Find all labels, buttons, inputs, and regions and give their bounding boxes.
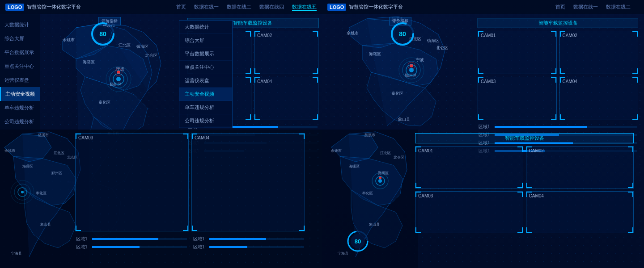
bottom-cam-r-2: CAM02 xyxy=(526,146,634,188)
svg-text:宁海县: 宁海县 xyxy=(338,251,348,255)
speed-value: 80 xyxy=(99,30,106,38)
bottom-cam-r-3: CAM03 xyxy=(415,191,523,234)
nav-data2[interactable]: 数据在线二 xyxy=(227,4,251,11)
cam-panel-right: 智能车载监控设备 CAM01 CAM02 CAM03 CAM04 区域1 xyxy=(474,14,642,130)
cam-r-label-1: CAM01 xyxy=(481,33,496,38)
sidebar-item-bigdata[interactable]: 大数据统计 xyxy=(0,18,40,32)
cam-r-label-2: CAM02 xyxy=(563,33,577,38)
bottom-cam-r-label-2: CAM02 xyxy=(529,148,544,153)
svg-text:奉化区: 奉化区 xyxy=(98,100,110,105)
cam-r-cell-3: CAM03 xyxy=(478,77,557,120)
svg-text:江北区: 江北区 xyxy=(380,151,391,155)
area-r-label-1: 区域1 xyxy=(479,124,492,130)
context-menu-company[interactable]: 公司违规分析 xyxy=(179,114,232,128)
svg-text:海曙区: 海曙区 xyxy=(83,60,95,64)
svg-text:宁海县: 宁海县 xyxy=(11,251,22,255)
bottom-cam-right: 智能车载监控设备 CAM01 CAM02 CAM03 CAM04 xyxy=(411,130,637,268)
sidebar-item-dashboard[interactable]: 运营仪表盘 xyxy=(0,73,40,87)
context-menu-platform[interactable]: 平台数据展示 xyxy=(179,47,232,61)
cam-r-label-3: CAM03 xyxy=(481,79,496,84)
bottom-right-section: 慈溪市 余姚市 江北区 北仑区 海曙区 鄞州区 奉化区 象山县 宁海县 80 xyxy=(322,130,644,268)
context-menu-dashboard[interactable]: 运营仪表盘 xyxy=(179,74,232,88)
svg-text:海曙区: 海曙区 xyxy=(22,164,33,168)
cam-label-4: CAM04 xyxy=(257,79,272,84)
svg-text:慈溪市: 慈溪市 xyxy=(38,133,49,137)
cam-r-label-4: CAM04 xyxy=(563,79,577,84)
speed-right: 80 xyxy=(389,21,416,47)
nav-r-home[interactable]: 首页 xyxy=(555,4,565,10)
context-menu: 大数据统计 综合大屏 平台数据展示 重点关注中心 运营仪表盘 主动安全视频 单车… xyxy=(179,20,233,128)
bottom-cam-grid-right: CAM01 CAM02 CAM03 CAM04 xyxy=(415,146,634,233)
context-menu-bigdata[interactable]: 大数据统计 xyxy=(179,21,232,34)
bottom-cam-r-4: CAM04 xyxy=(526,191,634,234)
right-panel: LOGO 智慧管控一体化数字平台 首页 数据在线一 数据在线二 评价指标 80 xyxy=(322,0,644,268)
svg-point-67 xyxy=(21,191,24,193)
logo-box: LOGO xyxy=(5,4,24,11)
svg-point-52 xyxy=(378,179,382,183)
context-menu-focus[interactable]: 重点关注中心 xyxy=(179,61,232,74)
svg-text:江北区: 江北区 xyxy=(119,43,131,47)
nav-right: 首页 数据在线一 数据在线二 xyxy=(555,4,639,10)
svg-text:象山县: 象山县 xyxy=(398,117,410,121)
bottom-cam-r-label-3: CAM03 xyxy=(418,193,433,198)
svg-text:余姚市: 余姚市 xyxy=(331,149,342,153)
header-right: LOGO 智慧管控一体化数字平台 首页 数据在线一 数据在线二 xyxy=(322,0,644,14)
bottom-cam-r-1: CAM01 xyxy=(415,146,523,188)
svg-text:镇海区: 镇海区 xyxy=(427,38,439,43)
svg-point-33 xyxy=(410,64,413,67)
sidebar-item-focus[interactable]: 重点关注中心 xyxy=(0,59,40,73)
bottom-area-label-4: 区域1 xyxy=(193,244,207,250)
logo-box-right: LOGO xyxy=(327,4,346,11)
bottom-area-label-1: 区域1 xyxy=(76,236,89,242)
svg-text:慈溪市: 慈溪市 xyxy=(364,133,375,137)
sidebar-item-company[interactable]: 公司违规分析 xyxy=(0,115,40,129)
bottom-area-label-2: 区域1 xyxy=(193,236,207,242)
bottom-cam-cell-1: CAM03 xyxy=(75,133,189,231)
nav-data4[interactable]: 数据在线四 xyxy=(259,4,284,11)
svg-text:象山县: 象山县 xyxy=(369,222,380,226)
bottom-cam-grid: CAM03 CAM04 xyxy=(75,133,305,231)
svg-text:象山县: 象山县 xyxy=(40,222,51,226)
bottom-map-right: 慈溪市 余姚市 江北区 北仑区 海曙区 鄞州区 奉化区 象山县 宁海县 80 xyxy=(322,130,418,268)
svg-text:鄞州区: 鄞州区 xyxy=(51,171,62,175)
cam-label-2: CAM02 xyxy=(257,33,272,38)
nav-r-data2[interactable]: 数据在线二 xyxy=(606,4,631,10)
bottom-cam-label-1: CAM03 xyxy=(78,135,93,140)
logo-area: LOGO 智慧管控一体化数字平台 xyxy=(5,4,81,11)
svg-text:奉化区: 奉化区 xyxy=(36,191,47,195)
sidebar-item-platform[interactable]: 平台数据展示 xyxy=(0,46,40,59)
svg-text:镇海区: 镇海区 xyxy=(136,44,148,49)
svg-text:奉化区: 奉化区 xyxy=(391,91,403,96)
cam-r-cell-2: CAM02 xyxy=(559,31,639,74)
nav-home[interactable]: 首页 xyxy=(176,4,186,11)
logo-area-right: LOGO 智慧管控一体化数字平台 xyxy=(327,4,403,11)
sidebar-item-overview[interactable]: 综合大屏 xyxy=(0,32,40,46)
header: LOGO 智慧管控一体化数字平台 首页 数据在线一 数据在线二 数据在线四 数据… xyxy=(0,0,322,14)
bottom-left-panel: 慈溪市 余姚市 江北区 北仑区 海曙区 鄞州区 奉化区 象山县 宁海县 CAM0… xyxy=(0,130,322,268)
bottom-cam-cell-2: CAM04 xyxy=(191,133,305,231)
bottom-map-svg-right: 慈溪市 余姚市 江北区 北仑区 海曙区 鄞州区 奉化区 象山县 宁海县 80 xyxy=(322,130,418,268)
speed-value-right: 80 xyxy=(399,30,406,38)
bottom-cam-r-label-4: CAM04 xyxy=(529,193,544,198)
nav-r-data1[interactable]: 数据在线一 xyxy=(573,4,598,10)
context-menu-safety[interactable]: 主动安全视频 xyxy=(179,88,232,101)
cam-r-cell-1: CAM01 xyxy=(478,31,557,74)
bottom-cam-panel: CAM03 CAM04 区域1 区域1 区域1 区域1 xyxy=(72,130,309,268)
svg-text:海曙区: 海曙区 xyxy=(369,52,381,56)
bottom-cam-label-2: CAM04 xyxy=(195,135,209,140)
svg-point-19 xyxy=(116,77,121,81)
svg-text:北仑区: 北仑区 xyxy=(145,53,157,58)
sidebar-item-safety[interactable]: 主动安全视频 xyxy=(0,87,40,101)
cam-r-cell-4: CAM04 xyxy=(559,77,639,120)
svg-text:北仑区: 北仑区 xyxy=(436,46,448,50)
svg-text:宁波: 宁波 xyxy=(416,58,424,62)
nav-data5[interactable]: 数据在线五 xyxy=(292,4,317,11)
logo-text: 智慧管控一体化数字平台 xyxy=(27,4,81,10)
context-menu-single[interactable]: 单车违规分析 xyxy=(179,101,232,114)
bottom-cam-title-right: 智能车载监控设备 xyxy=(415,133,634,143)
context-menu-overview[interactable]: 综合大屏 xyxy=(179,34,232,47)
svg-text:余姚市: 余姚市 xyxy=(347,31,359,35)
sidebar-item-single[interactable]: 单车违规分析 xyxy=(0,101,40,115)
nav-data1[interactable]: 数据在线一 xyxy=(194,4,219,11)
cam-cell-4: CAM04 xyxy=(254,77,318,120)
